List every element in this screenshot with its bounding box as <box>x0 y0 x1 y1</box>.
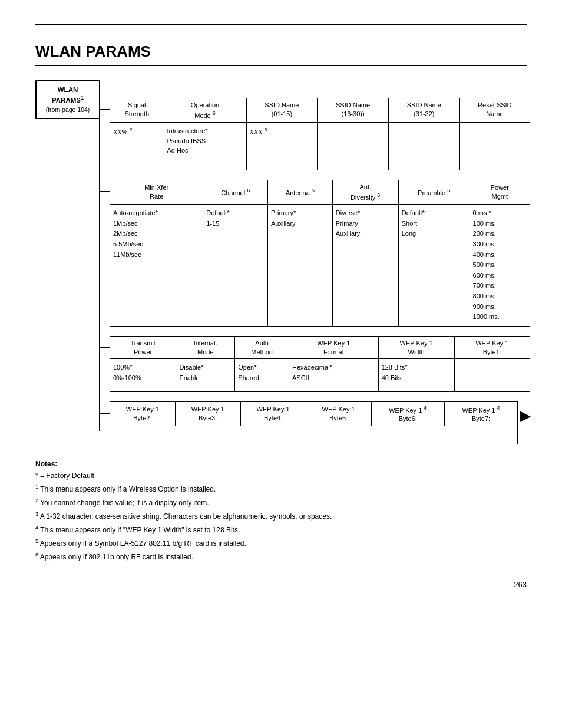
section-3: TransmitPower Internat.Mode AuthMethod W… <box>100 336 530 392</box>
sec3-table-wrap: TransmitPower Internat.Mode AuthMethod W… <box>110 336 530 392</box>
diagram: WLAN PARAMS1 (from page 104) SignalStren… <box>35 80 530 450</box>
note-1: 1 This menu appears only if a Wireless O… <box>35 483 527 495</box>
entry-area: WLAN PARAMS1 (from page 104) <box>35 80 100 431</box>
page-title: WLAN PARAMS <box>35 42 527 61</box>
sections-area: SignalStrength OperationMode 6 SSID Name… <box>100 80 530 450</box>
sec4-table-wrap: WEP Key 1Byte2: WEP Key 1Byte3: WEP Key … <box>110 401 518 444</box>
arrow-right-icon: ▶ <box>520 410 530 423</box>
page-number: 263 <box>35 580 527 589</box>
sec4-hline <box>100 413 110 414</box>
title-rule <box>35 65 527 66</box>
sec3-hline <box>100 347 110 348</box>
section-1: SignalStrength OperationMode 6 SSID Name… <box>100 98 530 170</box>
sec1-hline <box>100 109 110 110</box>
section-2: Min XferRate Channel 6 Antenna 5 Ant.Div… <box>100 180 530 327</box>
note-6: 6 Appears only if 802.11b only RF card i… <box>35 551 527 562</box>
sec2-table-wrap: Min XferRate Channel 6 Antenna 5 Ant.Div… <box>110 180 530 327</box>
note-5: 5 Appears only if a Symbol LA-5127 802.1… <box>35 538 527 549</box>
note-2: 2 You cannot change this value; it is a … <box>35 497 527 508</box>
sec1-table-wrap: SignalStrength OperationMode 6 SSID Name… <box>110 98 530 170</box>
entry-node: WLAN PARAMS1 (from page 104) <box>35 80 100 119</box>
note-3: 3 A 1-32 character, case-sensitive strin… <box>35 510 527 522</box>
section-4: WEP Key 1Byte2: WEP Key 1Byte3: WEP Key … <box>100 401 530 444</box>
sec2-hline <box>100 191 110 192</box>
note-default: * = Factory Default <box>35 470 527 481</box>
arrow-right-indicator: ▶ <box>520 410 530 423</box>
notes-section: Notes: * = Factory Default 1 This menu a… <box>35 460 527 562</box>
top-rule <box>35 24 527 25</box>
notes-title: Notes: <box>35 460 527 468</box>
note-4: 4 This menu appears only if "WEP Key 1 W… <box>35 524 527 535</box>
